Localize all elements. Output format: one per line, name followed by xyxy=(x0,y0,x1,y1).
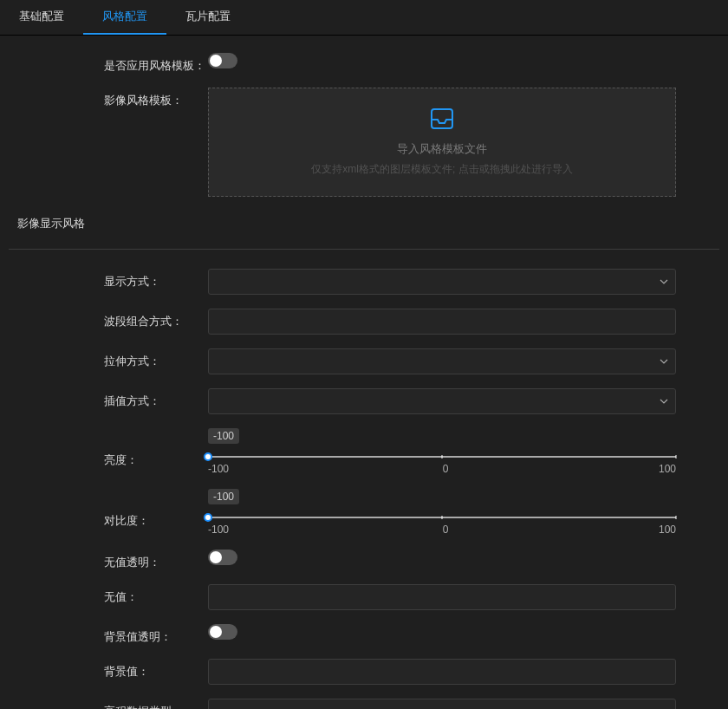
slider-tick-end xyxy=(676,455,677,459)
slider-thumb[interactable] xyxy=(204,513,212,522)
label-template-file: 影像风格模板： xyxy=(9,88,208,108)
row-bg-transparent: 背景值透明： xyxy=(9,617,719,652)
label-elevation-type: 高程数据类型： xyxy=(9,699,208,709)
select-stretch-mode[interactable] xyxy=(208,348,676,374)
select-interp[interactable] xyxy=(208,388,676,414)
select-elevation-type[interactable] xyxy=(208,699,676,709)
label-interp: 插值方式： xyxy=(9,388,208,409)
slider-tick-mid xyxy=(442,516,443,519)
label-band-combo: 波段组合方式： xyxy=(9,309,208,329)
inbox-icon xyxy=(218,107,666,133)
row-apply-template: 是否应用风格模板： xyxy=(9,46,719,81)
row-display-mode: 显示方式： xyxy=(9,262,719,302)
tabs: 基础配置 风格配置 瓦片配置 xyxy=(0,0,728,36)
row-bgvalue: 背景值： xyxy=(9,652,719,692)
row-band-combo: 波段组合方式： xyxy=(9,302,719,341)
chevron-down-icon xyxy=(660,279,668,284)
dropzone-hint: 仅支持xml格式的图层模板文件; 点击或拖拽此处进行导入 xyxy=(218,162,666,177)
label-stretch-mode: 拉伸方式： xyxy=(9,348,208,369)
row-template-file: 影像风格模板： 导入风格模板文件 仅支持xml格式的图层模板文件; 点击或拖拽此… xyxy=(9,81,719,204)
input-bgvalue[interactable] xyxy=(208,659,676,685)
dropzone-template[interactable]: 导入风格模板文件 仅支持xml格式的图层模板文件; 点击或拖拽此处进行导入 xyxy=(208,88,676,197)
slider-mid: 0 xyxy=(443,463,449,475)
tab-tiles[interactable]: 瓦片配置 xyxy=(166,0,250,35)
label-novalue-transparent: 无值透明： xyxy=(9,550,208,570)
row-interp: 插值方式： xyxy=(9,381,719,421)
input-novalue[interactable] xyxy=(208,584,676,610)
divider xyxy=(9,249,719,250)
row-elevation-type: 高程数据类型： xyxy=(9,692,719,709)
tab-style[interactable]: 风格配置 xyxy=(83,0,166,35)
slider-max: 100 xyxy=(659,524,676,536)
label-novalue: 无值： xyxy=(9,584,208,605)
tab-basic[interactable]: 基础配置 xyxy=(0,0,83,35)
toggle-novalue-transparent[interactable] xyxy=(208,550,237,565)
label-apply-template: 是否应用风格模板： xyxy=(9,53,208,74)
content: 是否应用风格模板： 影像风格模板： 导入风格模板文件 仅支持xml格式的图层模板… xyxy=(0,36,728,709)
select-display-mode[interactable] xyxy=(208,269,676,295)
slider-tick-mid xyxy=(442,455,443,459)
label-contrast: 对比度： xyxy=(9,489,208,529)
chevron-down-icon xyxy=(660,359,668,364)
toggle-apply-template[interactable] xyxy=(208,53,237,68)
label-brightness: 亮度： xyxy=(9,428,208,468)
slider-labels: -100 0 100 xyxy=(208,524,676,536)
label-display-mode: 显示方式： xyxy=(9,269,208,289)
dropzone-title: 导入风格模板文件 xyxy=(218,141,666,157)
toggle-handle xyxy=(210,551,222,563)
slider-tooltip: -100 xyxy=(208,428,239,444)
slider-max: 100 xyxy=(659,463,676,475)
slider-tick-end xyxy=(676,516,677,519)
row-contrast: 对比度： -100 -100 0 100 xyxy=(9,482,719,543)
row-novalue-transparent: 无值透明： xyxy=(9,543,719,577)
toggle-bg-transparent[interactable] xyxy=(208,624,237,640)
slider-min: -100 xyxy=(208,463,229,475)
slider-min: -100 xyxy=(208,524,229,536)
row-novalue: 无值： xyxy=(9,577,719,617)
slider-labels: -100 0 100 xyxy=(208,463,676,475)
slider-tooltip: -100 xyxy=(208,489,239,504)
input-band-combo[interactable] xyxy=(208,309,676,335)
slider-thumb[interactable] xyxy=(204,452,212,461)
row-brightness: 亮度： -100 -100 0 100 xyxy=(9,421,719,482)
toggle-handle xyxy=(210,55,222,67)
slider-mid: 0 xyxy=(443,524,449,536)
toggle-handle xyxy=(210,626,222,638)
slider-contrast[interactable]: -100 -100 0 100 xyxy=(208,489,676,536)
label-bgvalue: 背景值： xyxy=(9,659,208,680)
section-title-display: 影像显示风格 xyxy=(9,204,719,244)
row-stretch-mode: 拉伸方式： xyxy=(9,341,719,381)
chevron-down-icon xyxy=(660,399,668,404)
slider-track[interactable] xyxy=(208,517,676,518)
slider-brightness[interactable]: -100 -100 0 100 xyxy=(208,428,676,475)
label-bg-transparent: 背景值透明： xyxy=(9,624,208,645)
slider-track[interactable] xyxy=(208,456,676,458)
